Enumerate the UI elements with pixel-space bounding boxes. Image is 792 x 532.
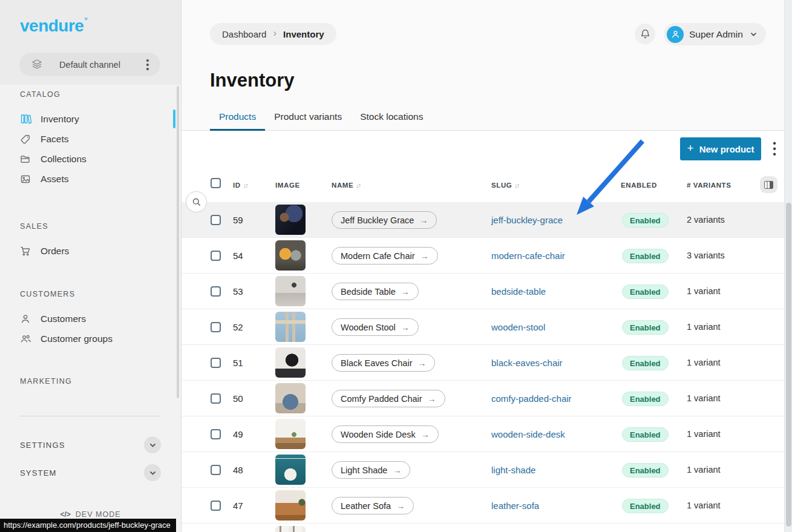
table-row[interactable]: 50 Comfy Padded Chair→ comfy-padded-chai… [182,381,784,416]
notifications-button[interactable] [635,24,655,44]
product-slug-link[interactable]: bedside-table [491,286,546,297]
table-row-partial[interactable] [182,524,784,532]
table-row[interactable]: 48 Light Shade→ light-shade Enabled 1 va… [182,452,784,488]
table-row[interactable]: 52 Wooden Stool→ wooden-stool Enabled 1 … [182,309,784,345]
sidebar-item-assets[interactable]: Assets [0,169,181,189]
table-row[interactable]: 47 Leather Sofa→ leather-sofa Enabled 1 … [182,488,784,524]
sidebar-section-system[interactable]: SYSTEM [20,464,161,482]
table-row[interactable]: 51 Black Eaves Chair→ black-eaves-chair … [182,345,784,381]
row-checkbox[interactable] [211,429,221,439]
product-thumbnail[interactable] [275,526,306,532]
sidebar-item-customer-groups[interactable]: Customer groups [0,329,181,349]
row-checkbox[interactable] [211,251,221,261]
row-checkbox[interactable] [211,215,221,225]
product-slug-link[interactable]: leather-sofa [491,501,539,511]
sidebar-item-collections[interactable]: Collections [0,149,181,169]
sidebar-item-facets[interactable]: Facets [0,129,181,149]
arrow-right-icon: → [417,358,426,368]
breadcrumb-dashboard-link[interactable]: Dashboard [222,29,266,39]
product-thumbnail[interactable] [275,347,306,378]
cell-variants: 1 variant [687,286,721,296]
chevron-down-icon[interactable] [144,436,161,453]
product-thumbnail[interactable] [275,276,306,306]
product-thumbnail[interactable] [275,205,306,235]
product-thumbnail[interactable] [275,490,306,521]
sidebar-item-label: Promotions [41,401,88,402]
product-slug-link[interactable]: black-eaves-chair [491,358,563,368]
row-checkbox[interactable] [211,501,221,511]
column-header-image: IMAGE [275,182,300,189]
product-thumbnail[interactable] [275,383,306,413]
sidebar-item-inventory[interactable]: Inventory [0,109,181,129]
chevron-down-icon[interactable] [144,464,161,481]
table-row[interactable]: 54 Modern Cafe Chair→ modern-cafe-chair … [182,238,784,274]
logo-registered-mark: ° [84,16,87,25]
table-row[interactable]: 49 Wooden Side Desk→ wooden-side-desk En… [182,416,784,452]
sidebar-scrollbar[interactable] [177,86,179,398]
sidebar-item-promotions[interactable]: Promotions [0,396,181,402]
tab-product-variants[interactable]: Product variants [265,111,351,131]
sort-icon[interactable]: ↓↑ [356,182,360,189]
columns-icon [764,181,773,189]
column-header-id[interactable]: ID↓↑ [233,182,247,189]
select-all-checkbox[interactable] [211,178,221,188]
sidebar-item-label: Assets [41,174,69,185]
product-name-link[interactable]: Comfy Padded Chair→ [332,390,445,407]
sidebar-item-orders[interactable]: Orders [0,241,181,261]
product-name-link[interactable]: Light Shade→ [332,461,410,479]
product-name-link[interactable]: Leather Sofa→ [332,497,414,514]
product-table-body: 59 Jeff Buckley Grace→ jeff-buckley-grac… [182,202,784,532]
status-badge: Enabled [622,213,669,228]
cell-id: 52 [233,322,243,332]
product-thumbnail[interactable] [275,455,306,485]
product-slug-link[interactable]: wooden-stool [491,322,545,332]
cell-id: 54 [233,251,243,261]
sidebar-item-customers[interactable]: Customers [0,309,181,329]
product-name-link[interactable]: Black Eaves Chair→ [332,354,435,372]
sort-icon[interactable]: ↓↑ [514,182,519,189]
channel-label: Default channel [59,60,120,70]
row-checkbox[interactable] [211,393,221,404]
row-checkbox[interactable] [211,465,221,475]
cell-variants: 1 variant [687,322,721,332]
product-thumbnail[interactable] [275,240,306,271]
channel-selector[interactable]: Default channel ••• [19,53,160,76]
column-header-slug[interactable]: SLUG↓↑ [491,182,519,189]
product-name-link[interactable]: Wooden Side Desk→ [332,425,439,443]
status-badge: Enabled [622,249,669,263]
column-header-name[interactable]: NAME↓↑ [332,182,360,189]
tab-products[interactable]: Products [210,111,265,131]
product-slug-link[interactable]: modern-cafe-chair [491,251,565,261]
product-name-link[interactable]: Modern Cafe Chair→ [332,247,438,264]
product-slug-link[interactable]: light-shade [491,465,535,475]
product-slug-link[interactable]: wooden-side-desk [491,429,565,439]
toolbar-kebab-icon[interactable]: ••• [770,140,779,157]
product-name-link[interactable]: Wooden Stool→ [332,318,419,336]
product-thumbnail[interactable] [275,419,306,449]
row-checkbox[interactable] [211,286,221,297]
nav-section-header: CATALOG [20,88,181,100]
cell-id: 53 [233,286,243,297]
row-checkbox[interactable] [211,358,221,368]
column-settings-button[interactable] [760,176,777,193]
sidebar-item-label: Collections [41,154,87,165]
new-product-button[interactable]: + New product [680,137,761,160]
sort-icon[interactable]: ↓↑ [243,182,247,189]
dev-mode-link[interactable]: </>DEV MODE [0,510,181,519]
product-slug-link[interactable]: jeff-buckley-grace [491,215,563,225]
product-name-link[interactable]: Jeff Buckley Grace→ [332,211,437,229]
tab-stock-locations[interactable]: Stock locations [351,111,432,131]
product-name-link[interactable]: Bedside Table→ [332,283,419,300]
product-slug-link[interactable]: comfy-padded-chair [491,393,572,404]
product-thumbnail[interactable] [275,312,306,342]
sidebar-section-settings[interactable]: SETTINGS [20,436,161,454]
page-scrollbar[interactable] [784,0,792,532]
search-button[interactable] [186,191,207,212]
channel-kebab-icon[interactable]: ••• [145,58,151,71]
table-row[interactable]: 53 Bedside Table→ bedside-table Enabled … [182,274,784,309]
scrollbar-thumb[interactable] [786,203,791,527]
row-checkbox[interactable] [211,322,221,332]
arrow-right-icon: → [421,430,430,439]
user-menu[interactable]: Super Admin [664,23,766,45]
table-row[interactable]: 59 Jeff Buckley Grace→ jeff-buckley-grac… [182,202,784,238]
